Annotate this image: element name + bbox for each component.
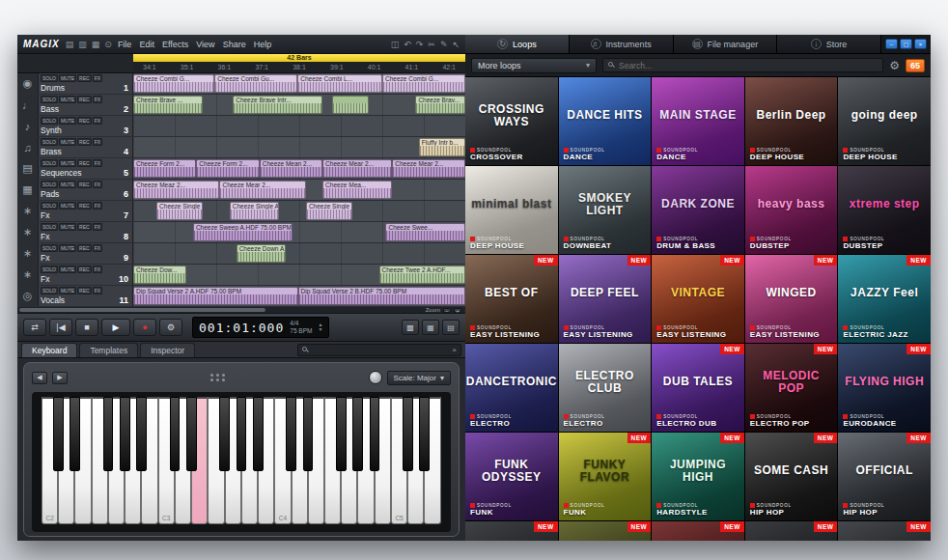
track-rec-button[interactable]: REC xyxy=(77,181,92,188)
track-fx-button[interactable]: FX xyxy=(93,287,102,294)
velocity-knob[interactable] xyxy=(369,371,382,384)
track-fx-button[interactable]: FX xyxy=(93,202,102,210)
track-mute-button[interactable]: MUTE xyxy=(59,223,76,231)
track-mute-button[interactable]: MUTE xyxy=(59,181,76,188)
black-key[interactable] xyxy=(336,397,347,471)
clip[interactable]: Cheeze Combi G... xyxy=(382,74,465,93)
black-key[interactable] xyxy=(237,397,247,471)
menu-view[interactable]: View xyxy=(196,40,214,49)
black-key[interactable] xyxy=(120,397,130,471)
store-tab-store[interactable]: ↓Store xyxy=(777,35,881,53)
track-header[interactable]: SOLOMUTERECFXBass2 xyxy=(39,95,133,115)
soundpool-tile[interactable]: WINGEDSOUNDPOOLEASY LISTENINGNEW xyxy=(745,255,838,343)
black-key[interactable] xyxy=(186,397,197,471)
more-loops-dropdown[interactable]: More loops ▾ xyxy=(471,58,597,73)
track-fx-button[interactable]: FX xyxy=(93,159,102,167)
black-key[interactable] xyxy=(103,397,114,471)
clip[interactable]: Cheeze Single A... xyxy=(230,202,280,220)
menu-help[interactable]: Help xyxy=(254,40,272,49)
clip[interactable]: Cheeze Form 2... xyxy=(133,159,196,178)
soundpool-tile[interactable]: NEW xyxy=(838,521,931,541)
record-button[interactable]: ● xyxy=(133,319,156,336)
soundpool-tile[interactable]: FUNKY FLAVORSOUNDPOOLFUNKNEW xyxy=(559,433,652,520)
settings-gear-icon[interactable]: ⚙ xyxy=(889,59,900,72)
scrollbar-thumb[interactable] xyxy=(19,308,265,312)
soundpool-tile[interactable]: OFFICIALSOUNDPOOLHIP HOPNEW xyxy=(838,433,931,520)
black-key[interactable] xyxy=(403,397,413,471)
track-solo-button[interactable]: SOLO xyxy=(41,287,58,294)
track-fx-button[interactable]: FX xyxy=(93,96,102,103)
soundpool-tile[interactable]: minimal blastSOUNDPOOLDEEP HOUSE xyxy=(465,166,558,254)
menu-effects[interactable]: Effects xyxy=(162,40,188,49)
track-header[interactable]: SOLOMUTERECFXBrass4 xyxy=(39,137,133,157)
track-rec-button[interactable]: REC xyxy=(77,202,92,210)
open-project-icon[interactable]: ▥ xyxy=(78,40,87,49)
track-mute-button[interactable]: MUTE xyxy=(59,138,76,146)
soundpool-tile[interactable]: DUB TALESSOUNDPOOLELECTRO DUBNEW xyxy=(652,344,744,432)
tab-templates[interactable]: Templates xyxy=(79,343,138,357)
panel-search-input[interactable] xyxy=(313,346,448,354)
panel-search[interactable]: × xyxy=(297,344,461,356)
search-icon[interactable]: ⊙ xyxy=(104,40,112,49)
track-fx-button[interactable]: FX xyxy=(93,266,102,273)
play-button[interactable]: ▶ xyxy=(101,319,130,336)
track-solo-button[interactable]: SOLO xyxy=(41,223,58,231)
maximize-button[interactable]: ▢ xyxy=(900,39,912,49)
clip[interactable]: Cheeze Dow... xyxy=(133,266,186,284)
clip[interactable]: Cheeze Sweep A.HDF 75.00 BPM xyxy=(193,223,293,241)
soundpool-tile[interactable]: ELECTRO CLUBSOUNDPOOLELECTRO xyxy=(559,344,652,432)
track-mute-button[interactable]: MUTE xyxy=(59,244,76,252)
track-lane[interactable]: Cheeze Sweep A.HDF 75.00 BPMCheeze Swee.… xyxy=(133,222,465,242)
black-key[interactable] xyxy=(53,397,64,471)
track-fx-button[interactable]: FX xyxy=(93,181,102,188)
track-rec-button[interactable]: REC xyxy=(77,266,92,273)
track-header[interactable]: SOLOMUTERECFXFx10 xyxy=(39,265,133,285)
track-fx-button[interactable]: FX xyxy=(93,138,102,146)
scale-selector[interactable]: Scale: Major ▾ xyxy=(387,371,451,385)
clear-search-icon[interactable]: × xyxy=(452,346,457,354)
track-solo-button[interactable]: SOLO xyxy=(41,117,58,125)
clip[interactable]: Cheeze Twee 2 A.HDF... xyxy=(379,266,465,284)
track-mute-button[interactable]: MUTE xyxy=(59,96,76,103)
redo-icon[interactable]: ↷ xyxy=(416,40,424,49)
black-key[interactable] xyxy=(303,397,314,471)
soundpool-tile[interactable]: NEW xyxy=(652,521,744,541)
track-header[interactable]: SOLOMUTERECFXFx9 xyxy=(39,243,133,264)
track-lane[interactable]: Fluffy Intr b... xyxy=(133,137,465,157)
clip[interactable]: Cheeze Down A.HDF... xyxy=(237,244,287,263)
track-rec-button[interactable]: REC xyxy=(77,287,92,294)
black-key[interactable] xyxy=(370,397,380,471)
track-solo-button[interactable]: SOLO xyxy=(41,244,58,252)
clip[interactable]: Cheeze Single 2... xyxy=(306,202,352,220)
tab-inspector[interactable]: Inspector xyxy=(140,343,195,357)
soundpool-tile[interactable]: Berlin DeepSOUNDPOOLDEEP HOUSE xyxy=(745,77,838,165)
clip[interactable]: Dip Squad Verse 2 B.HDF 75.00 BPM xyxy=(298,287,465,305)
track-lane[interactable] xyxy=(133,116,465,136)
track-lane[interactable]: Cheeze Down A.HDF... xyxy=(133,243,465,264)
soundpool-tile[interactable]: DANCE HITSSOUNDPOOLDANCE xyxy=(559,77,652,165)
clip[interactable]: Cheeze Mear 2... xyxy=(219,181,305,199)
tempo-down-icon[interactable]: ▼ xyxy=(318,327,322,332)
soundpool-tile[interactable]: JUMPING HIGHSOUNDPOOLHARDSTYLENEW xyxy=(652,433,744,520)
zoom-out-button[interactable]: − xyxy=(443,308,451,313)
octave-down-button[interactable]: ◀ xyxy=(32,372,47,384)
store-tab-loops[interactable]: ↻Loops xyxy=(465,35,570,53)
track-fx-button[interactable]: FX xyxy=(93,244,102,252)
loop-button[interactable]: ⇄ xyxy=(23,319,46,336)
track-mute-button[interactable]: MUTE xyxy=(59,202,76,210)
clip[interactable]: Cheeze Single 2... xyxy=(156,202,203,220)
soundpool-tile[interactable]: MAIN STAGESOUNDPOOLDANCE xyxy=(652,77,744,165)
tab-keyboard[interactable]: Keyboard xyxy=(21,343,77,357)
soundpool-tile[interactable]: going deepSOUNDPOOLDEEP HOUSE xyxy=(838,77,931,165)
black-key[interactable] xyxy=(352,397,363,471)
clip[interactable]: Cheeze Mear 2... xyxy=(322,159,392,178)
track-header[interactable]: SOLOMUTERECFXVocals11 xyxy=(39,286,133,306)
soundpool-tile[interactable]: CROSSING WAYSSOUNDPOOLCROSSOVER xyxy=(465,77,558,165)
clip[interactable]: Dip Squad Verse 2 A.HDF 75.00 BPM xyxy=(133,287,298,305)
black-key[interactable] xyxy=(419,397,430,471)
track-lane[interactable]: Cheeze Brave ...Cheeze Brave Intr...Chee… xyxy=(133,95,465,115)
soundpool-tile[interactable]: MELODIC POPSOUNDPOOLELECTRO POPNEW xyxy=(745,344,838,432)
black-key[interactable] xyxy=(253,397,264,471)
track-header[interactable]: SOLOMUTERECFXFx7 xyxy=(39,201,133,221)
track-lane[interactable]: Cheeze Single 2...Cheeze Single A...Chee… xyxy=(133,201,465,221)
